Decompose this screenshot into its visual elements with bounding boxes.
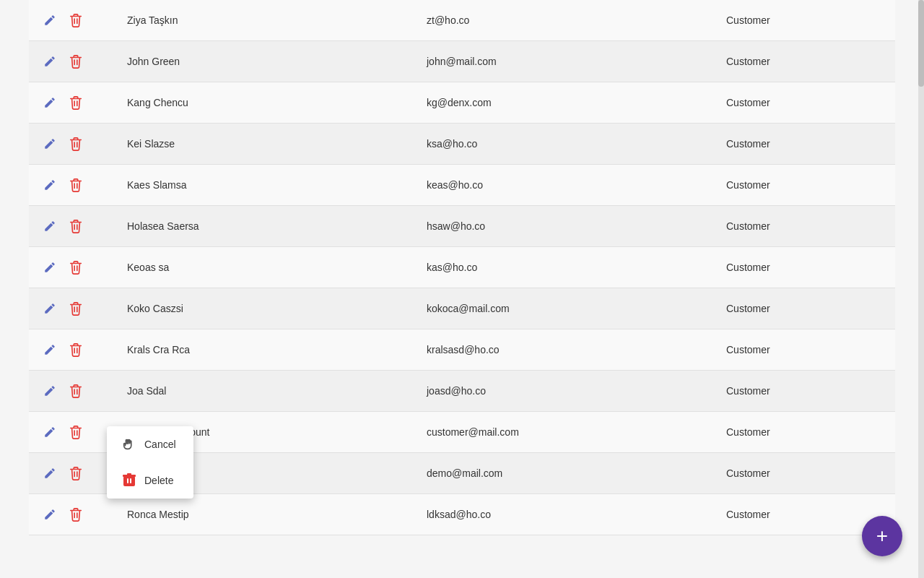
svg-rect-28 (130, 478, 131, 483)
context-menu-cancel[interactable]: Cancel (107, 426, 193, 462)
delete-button[interactable] (66, 504, 85, 525)
row-email: kokoca@mail.com (415, 303, 715, 314)
delete-icon (69, 425, 82, 439)
delete-icon (69, 260, 82, 275)
edit-button[interactable] (40, 340, 59, 359)
edit-button[interactable] (40, 464, 59, 483)
scrollbar-track[interactable] (918, 0, 924, 578)
row-actions (29, 504, 116, 525)
delete-icon (69, 301, 82, 316)
delete-button[interactable] (66, 10, 85, 30)
edit-icon (43, 384, 56, 397)
edit-button[interactable] (40, 381, 59, 400)
edit-button[interactable] (40, 93, 59, 112)
edit-icon (43, 261, 56, 274)
delete-icon (69, 507, 82, 522)
delete-button[interactable] (66, 51, 85, 72)
delete-icon (69, 95, 82, 110)
table-row: Ziya Taşkın zt@ho.co Customer (29, 0, 895, 41)
delete-button[interactable] (66, 298, 85, 319)
table-row: Joa Sdal joasd@ho.co Customer (29, 371, 895, 412)
edit-button[interactable] (40, 423, 59, 441)
context-menu-cancel-label: Cancel (144, 439, 176, 450)
row-email: keas@ho.co (415, 179, 715, 191)
row-actions (29, 422, 116, 442)
edit-button[interactable] (40, 11, 59, 30)
edit-button[interactable] (40, 217, 59, 236)
edit-icon (43, 302, 56, 315)
table-row: Ronca Mestip ldksad@ho.co Customer (29, 494, 895, 535)
row-name: Kei Slazse (116, 138, 415, 150)
delete-button[interactable] (66, 216, 85, 236)
row-email: ksa@ho.co (415, 138, 715, 150)
edit-button[interactable] (40, 505, 59, 524)
delete-button[interactable] (66, 92, 85, 113)
delete-button[interactable] (66, 422, 85, 442)
row-actions (29, 51, 116, 72)
row-name: Ronca Mestip (116, 509, 415, 520)
delete-icon (69, 219, 82, 233)
row-name: Kaes Slamsa (116, 179, 415, 191)
table-row: John Green john@mail.com Customer (29, 41, 895, 82)
svg-rect-30 (127, 473, 131, 475)
context-menu: Cancel Delete (107, 426, 193, 499)
row-actions (29, 257, 116, 277)
row-name: Joa Sdal (116, 385, 415, 397)
edit-button[interactable] (40, 134, 59, 153)
row-email: kg@denx.com (415, 97, 715, 108)
delete-button[interactable] (66, 175, 85, 195)
scrollbar-thumb[interactable] (918, 0, 924, 87)
context-delete-icon (121, 473, 137, 488)
row-actions (29, 175, 116, 195)
delete-button[interactable] (66, 257, 85, 277)
delete-icon (69, 384, 82, 398)
row-name: Ziya Taşkın (116, 14, 415, 26)
edit-button[interactable] (40, 258, 59, 277)
edit-icon (43, 343, 56, 356)
delete-button[interactable] (66, 340, 85, 360)
row-actions (29, 340, 116, 360)
svg-rect-26 (123, 476, 135, 486)
row-email: zt@ho.co (415, 14, 715, 26)
row-email: demo@mail.com (415, 467, 715, 479)
delete-button[interactable] (66, 463, 85, 483)
edit-icon (43, 220, 56, 233)
row-email: kas@ho.co (415, 262, 715, 273)
row-actions (29, 92, 116, 113)
row-role: Customer (715, 303, 895, 314)
cancel-icon (121, 436, 137, 452)
row-role: Customer (715, 14, 895, 26)
row-role: Customer (715, 344, 895, 355)
row-actions (29, 463, 116, 483)
row-actions (29, 216, 116, 236)
row-name: Krals Cra Rca (116, 344, 415, 355)
row-role: Customer (715, 220, 895, 232)
edit-icon (43, 178, 56, 191)
edit-button[interactable] (40, 52, 59, 71)
edit-icon (43, 467, 56, 480)
delete-button[interactable] (66, 134, 85, 154)
delete-button[interactable] (66, 381, 85, 401)
row-email: kralsasd@ho.co (415, 344, 715, 355)
row-name: Koko Caszsi (116, 303, 415, 314)
table-row: Keoas sa kas@ho.co Customer (29, 247, 895, 288)
row-name: Holasea Saersa (116, 220, 415, 232)
row-role: Customer (715, 467, 895, 479)
edit-icon (43, 426, 56, 439)
svg-rect-27 (127, 478, 128, 483)
row-name: Keoas sa (116, 262, 415, 273)
row-role: Customer (715, 509, 895, 520)
delete-icon (69, 13, 82, 27)
add-user-fab[interactable]: + (862, 516, 902, 556)
table-row: Krals Cra Rca kralsasd@ho.co Customer (29, 329, 895, 371)
row-email: joasd@ho.co (415, 385, 715, 397)
row-actions (29, 134, 116, 154)
edit-button[interactable] (40, 176, 59, 194)
row-email: john@mail.com (415, 56, 715, 67)
row-role: Customer (715, 262, 895, 273)
row-role: Customer (715, 97, 895, 108)
delete-icon (69, 54, 82, 69)
edit-icon (43, 55, 56, 68)
context-menu-delete[interactable]: Delete (107, 462, 193, 499)
edit-button[interactable] (40, 299, 59, 318)
